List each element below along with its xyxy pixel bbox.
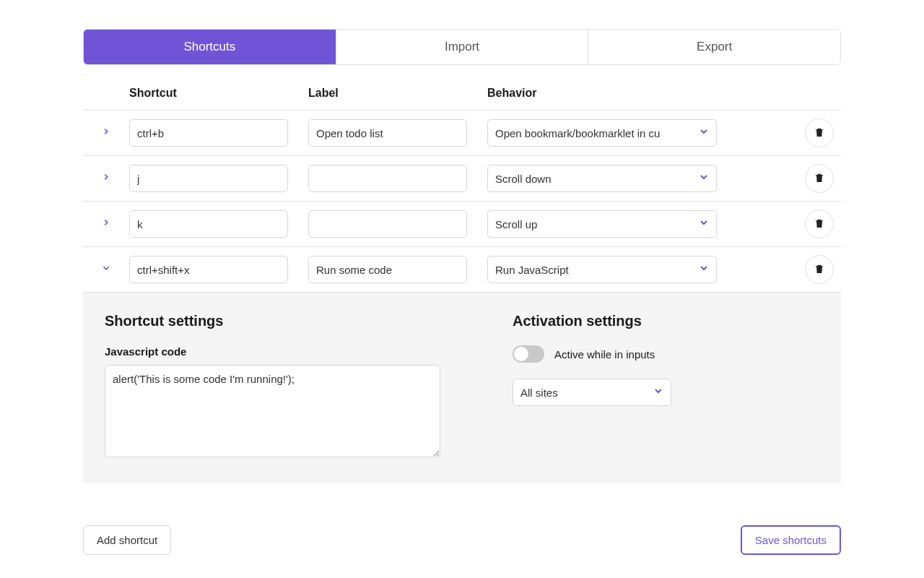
- tab-import[interactable]: Import: [336, 30, 589, 64]
- col-header-behavior: Behavior: [487, 87, 717, 100]
- label-input[interactable]: [308, 165, 467, 192]
- chevron-right-icon[interactable]: [101, 172, 111, 182]
- delete-button[interactable]: [805, 255, 834, 284]
- tab-export[interactable]: Export: [588, 30, 840, 64]
- shortcut-input[interactable]: [129, 165, 288, 192]
- delete-button[interactable]: [805, 118, 834, 147]
- table-header: Shortcut Label Behavior: [83, 87, 841, 111]
- active-in-inputs-toggle[interactable]: [513, 345, 544, 363]
- javascript-code-textarea[interactable]: [105, 365, 440, 457]
- label-input[interactable]: [308, 210, 467, 238]
- activation-settings-title: Activation settings: [513, 313, 819, 329]
- table-row: Scroll up: [83, 202, 841, 247]
- footer: Add shortcut Save shortcuts: [83, 525, 841, 555]
- behavior-select[interactable]: Run JavaScript: [487, 256, 717, 283]
- settings-panel: Shortcut settings Javascript code Activa…: [83, 293, 841, 483]
- trash-icon: [814, 217, 825, 231]
- behavior-select[interactable]: Open bookmark/bookmarklet in cu: [487, 119, 717, 147]
- col-header-label: Label: [308, 87, 487, 100]
- trash-icon: [814, 172, 825, 186]
- shortcut-input[interactable]: [129, 119, 288, 147]
- behavior-select[interactable]: Scroll up: [487, 210, 717, 238]
- shortcut-settings-title: Shortcut settings: [105, 313, 440, 329]
- javascript-code-label: Javascript code: [105, 345, 440, 358]
- main-tabs: Shortcuts Import Export: [83, 29, 841, 65]
- add-shortcut-button[interactable]: Add shortcut: [83, 525, 171, 555]
- table-row: Run JavaScript: [83, 247, 841, 293]
- chevron-down-icon[interactable]: [101, 263, 111, 273]
- shortcut-input[interactable]: [129, 210, 288, 238]
- label-input[interactable]: [308, 119, 467, 147]
- trash-icon: [814, 263, 825, 277]
- shortcut-input[interactable]: [129, 256, 288, 283]
- table-row: Scroll down: [83, 156, 841, 202]
- table-row: Open bookmark/bookmarklet in cu: [83, 111, 841, 156]
- label-input[interactable]: [308, 256, 467, 283]
- col-header-shortcut: Shortcut: [129, 87, 308, 100]
- chevron-right-icon[interactable]: [101, 126, 111, 137]
- active-in-inputs-label: Active while in inputs: [554, 348, 655, 361]
- delete-button[interactable]: [805, 164, 834, 193]
- chevron-right-icon[interactable]: [101, 217, 111, 228]
- delete-button[interactable]: [805, 210, 834, 238]
- sites-select[interactable]: All sites: [513, 379, 671, 406]
- tab-shortcuts[interactable]: Shortcuts: [84, 30, 336, 64]
- save-shortcuts-button[interactable]: Save shortcuts: [741, 525, 841, 555]
- behavior-select[interactable]: Scroll down: [487, 165, 717, 192]
- trash-icon: [814, 126, 825, 140]
